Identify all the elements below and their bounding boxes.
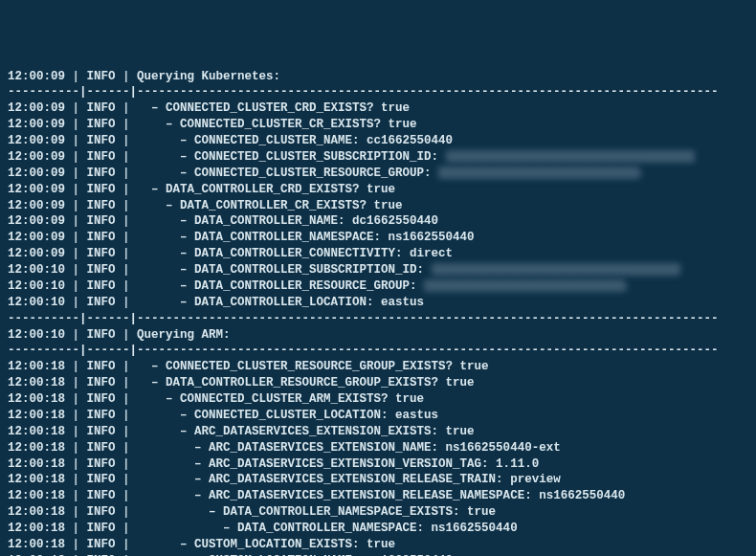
log-line: 12:00:18 | INFO | – CUSTOM_LOCATION_EXIS… bbox=[8, 537, 748, 553]
log-line: 12:00:09 | INFO | – CONNECTED_CLUSTER_CR… bbox=[8, 100, 748, 117]
log-line: 12:00:09 | INFO | – DATA_CONTROLLER_CONN… bbox=[8, 246, 748, 262]
log-line: 12:00:18 | INFO | – DATA_CONTROLLER_NAME… bbox=[8, 521, 748, 537]
log-line: ----------|------|----------------------… bbox=[8, 311, 748, 327]
log-line: 12:00:10 | INFO | – DATA_CONTROLLER_LOCA… bbox=[8, 295, 748, 311]
redacted-value: xxxxxxxxxxxxxxxxxxxxxxxxxxxx bbox=[424, 279, 625, 292]
log-line: 12:00:09 | INFO | – CONNECTED_CLUSTER_RE… bbox=[8, 166, 748, 182]
log-line: 12:00:10 | INFO | Querying ARM: bbox=[8, 327, 748, 344]
log-line: 12:00:18 | INFO | – ARC_DATASERVICES_EXT… bbox=[8, 488, 748, 504]
log-line: 12:00:10 | INFO | – DATA_CONTROLLER_RESO… bbox=[8, 278, 748, 295]
log-line: 12:00:18 | INFO | – CONNECTED_CLUSTER_AR… bbox=[8, 391, 748, 408]
log-output: 12:00:09 | INFO | Querying Kubernetes:--… bbox=[8, 69, 748, 557]
log-line: 12:00:18 | INFO | – ARC_DATASERVICES_EXT… bbox=[8, 424, 748, 440]
redacted-value: xxxxxxxxxxxxxxxxxxxxxxxxxxxx bbox=[446, 150, 695, 163]
log-line: ----------|------|----------------------… bbox=[8, 84, 748, 100]
log-line: ----------|------|----------------------… bbox=[8, 343, 748, 359]
log-line: 12:00:18 | INFO | – ARC_DATASERVICES_EXT… bbox=[8, 440, 748, 456]
log-line: 12:00:09 | INFO | – DATA_CONTROLLER_NAME… bbox=[8, 213, 748, 230]
log-line: 12:00:09 | INFO | – DATA_CONTROLLER_NAME… bbox=[8, 230, 748, 246]
log-line: 12:00:09 | INFO | – CONNECTED_CLUSTER_SU… bbox=[8, 149, 748, 166]
log-line: 12:00:18 | INFO | – CONNECTED_CLUSTER_LO… bbox=[8, 408, 748, 424]
log-line: 12:00:09 | INFO | Querying Kubernetes: bbox=[8, 69, 748, 85]
log-line: 12:00:18 | INFO | – DATA_CONTROLLER_RESO… bbox=[8, 375, 748, 391]
log-line: 12:00:18 | INFO | – ARC_DATASERVICES_EXT… bbox=[8, 472, 748, 488]
log-line: 12:00:09 | INFO | – DATA_CONTROLLER_CRD_… bbox=[8, 182, 748, 198]
log-line: 12:00:18 | INFO | – CONNECTED_CLUSTER_RE… bbox=[8, 359, 748, 375]
log-line: 12:00:09 | INFO | – CONNECTED_CLUSTER_CR… bbox=[8, 117, 748, 133]
log-line: 12:00:18 | INFO | – ARC_DATASERVICES_EXT… bbox=[8, 456, 748, 473]
log-line: 12:00:18 | INFO | – DATA_CONTROLLER_NAME… bbox=[8, 504, 748, 521]
redacted-value: xxxxxxxxxxxxxxxxxxxxxxxxxxxx bbox=[438, 167, 639, 179]
log-line: 12:00:09 | INFO | – CONNECTED_CLUSTER_NA… bbox=[8, 133, 748, 149]
log-line: 12:00:10 | INFO | – DATA_CONTROLLER_SUBS… bbox=[8, 262, 748, 278]
log-line: 12:00:09 | INFO | – DATA_CONTROLLER_CR_E… bbox=[8, 198, 748, 214]
redacted-value: xxxxxxxxxxxxxxxxxxxxxxxxxxxx bbox=[432, 263, 680, 276]
